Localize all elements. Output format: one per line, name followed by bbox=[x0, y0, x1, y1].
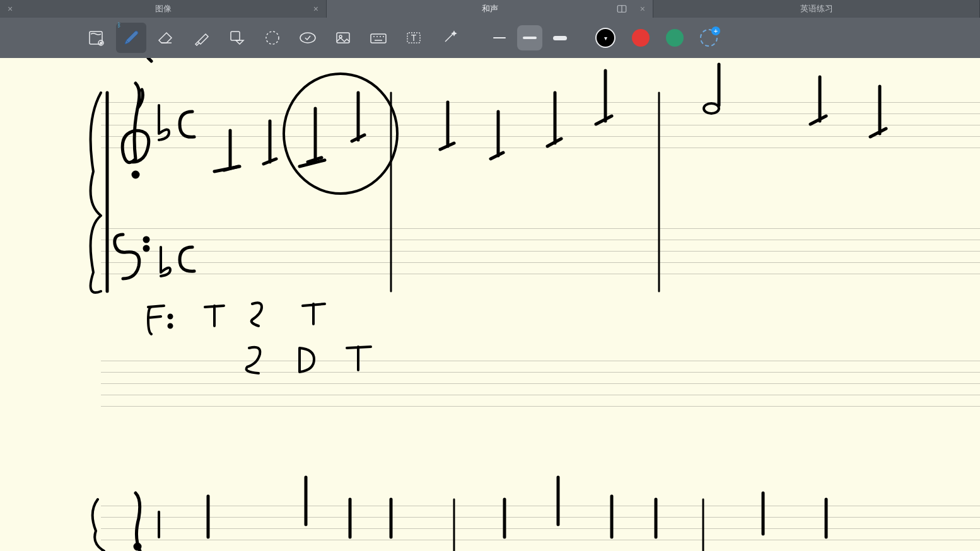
bluetooth-icon: ᛒ bbox=[117, 21, 121, 28]
stamp-tool[interactable] bbox=[293, 23, 323, 53]
tab-label: 图像 bbox=[155, 3, 172, 14]
shape-tool[interactable] bbox=[222, 23, 252, 53]
svg-point-26 bbox=[169, 315, 172, 318]
svg-point-21 bbox=[133, 172, 138, 177]
svg-text:T: T bbox=[411, 33, 417, 43]
color-black[interactable]: ▾ bbox=[595, 28, 615, 48]
handwritten-notation bbox=[0, 58, 980, 551]
eraser-tool[interactable] bbox=[151, 23, 182, 53]
svg-point-25 bbox=[144, 246, 148, 250]
svg-rect-7 bbox=[231, 32, 240, 40]
tab-english[interactable]: 英语练习 bbox=[653, 0, 980, 18]
tab-bar: × 图像 × 和声 × 英语练习 bbox=[0, 0, 980, 18]
svg-point-24 bbox=[144, 238, 148, 241]
tab-images[interactable]: × 图像 × bbox=[0, 0, 327, 18]
close-icon[interactable]: × bbox=[8, 4, 13, 14]
svg-point-8 bbox=[266, 32, 279, 44]
highlighter-tool[interactable] bbox=[187, 23, 217, 53]
color-green[interactable] bbox=[666, 29, 684, 47]
color-red[interactable] bbox=[632, 29, 650, 47]
svg-point-28 bbox=[135, 544, 140, 549]
svg-point-23 bbox=[704, 103, 719, 113]
toolbar: ᛒ T ▾ bbox=[0, 18, 980, 58]
magic-tool[interactable] bbox=[434, 23, 464, 53]
add-page-button[interactable] bbox=[81, 23, 111, 53]
svg-line-20 bbox=[445, 34, 453, 42]
chevron-down-icon: ▾ bbox=[604, 35, 607, 42]
tab-label: 英语练习 bbox=[800, 3, 833, 14]
svg-rect-10 bbox=[337, 33, 349, 43]
text-tool[interactable]: T bbox=[399, 23, 429, 53]
pen-tool[interactable]: ᛒ bbox=[116, 23, 146, 53]
lasso-tool[interactable] bbox=[257, 23, 288, 53]
split-view-icon[interactable] bbox=[616, 3, 627, 14]
close-icon[interactable]: × bbox=[640, 4, 645, 14]
close-icon[interactable]: × bbox=[313, 4, 318, 14]
tab-label: 和声 bbox=[482, 3, 498, 14]
svg-point-22 bbox=[284, 74, 397, 194]
color-picker[interactable] bbox=[700, 29, 718, 47]
svg-point-9 bbox=[300, 33, 315, 43]
svg-rect-12 bbox=[371, 34, 386, 43]
keyboard-tool[interactable] bbox=[363, 23, 394, 53]
image-tool[interactable] bbox=[328, 23, 358, 53]
svg-point-27 bbox=[169, 325, 172, 327]
stroke-thick[interactable] bbox=[547, 25, 573, 50]
canvas[interactable] bbox=[0, 58, 980, 551]
tab-harmony[interactable]: 和声 × bbox=[327, 0, 653, 18]
stroke-medium[interactable] bbox=[517, 25, 542, 50]
stroke-thin[interactable] bbox=[487, 25, 512, 50]
